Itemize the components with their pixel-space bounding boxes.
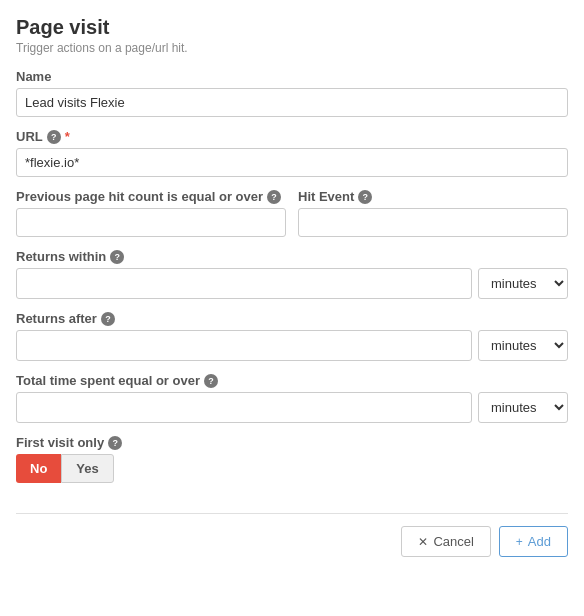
add-label: Add bbox=[528, 534, 551, 549]
hit-event-help-icon[interactable]: ? bbox=[358, 190, 372, 204]
cancel-label: Cancel bbox=[433, 534, 473, 549]
first-visit-only-help-icon[interactable]: ? bbox=[108, 436, 122, 450]
returns-after-row: minutes hours days bbox=[16, 330, 568, 361]
page-title: Page visit bbox=[16, 16, 568, 39]
first-visit-only-label: First visit only bbox=[16, 435, 104, 450]
returns-after-group: Returns after ? minutes hours days bbox=[16, 311, 568, 361]
previous-hit-count-help-icon[interactable]: ? bbox=[267, 190, 281, 204]
first-visit-only-group: First visit only ? No Yes bbox=[16, 435, 568, 483]
returns-within-group: Returns within ? minutes hours days bbox=[16, 249, 568, 299]
url-label: URL bbox=[16, 129, 43, 144]
url-help-icon[interactable]: ? bbox=[47, 130, 61, 144]
returns-within-label: Returns within bbox=[16, 249, 106, 264]
total-time-row: minutes hours days bbox=[16, 392, 568, 423]
hit-event-label: Hit Event bbox=[298, 189, 354, 204]
name-input[interactable] bbox=[16, 88, 568, 117]
url-required-star: * bbox=[65, 129, 70, 144]
add-button[interactable]: + Add bbox=[499, 526, 568, 557]
total-time-help-icon[interactable]: ? bbox=[204, 374, 218, 388]
first-visit-no-button[interactable]: No bbox=[16, 454, 61, 483]
name-label: Name bbox=[16, 69, 51, 84]
previous-hit-count-group: Previous page hit count is equal or over… bbox=[16, 189, 286, 237]
returns-after-input[interactable] bbox=[16, 330, 472, 361]
previous-hit-count-label: Previous page hit count is equal or over bbox=[16, 189, 263, 204]
url-field-group: URL ? * bbox=[16, 129, 568, 177]
name-field-group: Name bbox=[16, 69, 568, 117]
total-time-input[interactable] bbox=[16, 392, 472, 423]
returns-within-row: minutes hours days bbox=[16, 268, 568, 299]
returns-within-input[interactable] bbox=[16, 268, 472, 299]
returns-within-help-icon[interactable]: ? bbox=[110, 250, 124, 264]
first-visit-toggle: No Yes bbox=[16, 454, 568, 483]
total-time-label: Total time spent equal or over bbox=[16, 373, 200, 388]
add-icon: + bbox=[516, 535, 523, 549]
returns-after-unit-select[interactable]: minutes hours days bbox=[478, 330, 568, 361]
total-time-unit-select[interactable]: minutes hours days bbox=[478, 392, 568, 423]
hit-event-group: Hit Event ? bbox=[298, 189, 568, 237]
hit-event-input[interactable] bbox=[298, 208, 568, 237]
returns-after-label: Returns after bbox=[16, 311, 97, 326]
footer: ✕ Cancel + Add bbox=[16, 513, 568, 557]
hit-count-row: Previous page hit count is equal or over… bbox=[16, 189, 568, 249]
url-input[interactable] bbox=[16, 148, 568, 177]
total-time-group: Total time spent equal or over ? minutes… bbox=[16, 373, 568, 423]
returns-within-unit-select[interactable]: minutes hours days bbox=[478, 268, 568, 299]
first-visit-yes-button[interactable]: Yes bbox=[61, 454, 113, 483]
returns-after-help-icon[interactable]: ? bbox=[101, 312, 115, 326]
cancel-icon: ✕ bbox=[418, 535, 428, 549]
page-subtitle: Trigger actions on a page/url hit. bbox=[16, 41, 568, 55]
previous-hit-count-input[interactable] bbox=[16, 208, 286, 237]
cancel-button[interactable]: ✕ Cancel bbox=[401, 526, 490, 557]
